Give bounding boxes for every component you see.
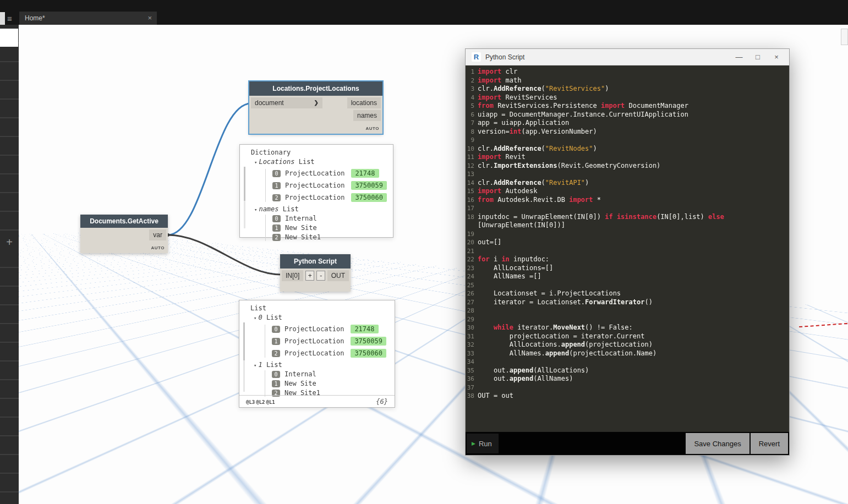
- line-number: 12: [466, 162, 478, 171]
- line-number: 37: [466, 384, 478, 392]
- code-text: while iterator.MoveNext() != False:: [478, 324, 633, 332]
- node-python-script[interactable]: Python Script IN[0] + - OUT: [280, 254, 351, 292]
- code-text: [478, 230, 482, 239]
- node-title[interactable]: Documents.GetActive: [80, 215, 168, 228]
- watch-section-header[interactable]: ▾1 List: [254, 361, 390, 369]
- watch-bubble-dictionary[interactable]: Dictionary ▾Locations List0ProjectLocati…: [239, 144, 393, 238]
- window-titlebar[interactable]: R Python Script — □ ×: [466, 49, 789, 65]
- code-line: [UnwrapElement(IN[0])]: [466, 221, 789, 230]
- port-output-locations[interactable]: locations: [347, 97, 381, 108]
- section-key: 0: [258, 314, 262, 321]
- code-text: AllNames.append(projectLocation.Name): [478, 349, 656, 358]
- add-input-button[interactable]: +: [305, 271, 314, 281]
- code-line: 10clr.AddReference("RevitNodes"): [466, 145, 789, 154]
- level-tag[interactable]: @L3: [246, 399, 255, 405]
- port-output-names[interactable]: names: [353, 110, 381, 121]
- right-panel-chip[interactable]: [841, 29, 848, 45]
- watch-section-header[interactable]: ▾Locations List: [254, 158, 389, 166]
- line-number: 14: [466, 179, 478, 188]
- code-text: [478, 306, 482, 315]
- run-button[interactable]: ▶ Run: [467, 434, 499, 453]
- item-label: ProjectLocation: [285, 169, 344, 177]
- line-number: 23: [466, 264, 478, 273]
- item-label: ProjectLocation: [285, 349, 344, 357]
- line-number: 8: [466, 128, 478, 136]
- item-label: ProjectLocation: [285, 337, 344, 345]
- code-line: 26 Locationset = i.ProjectLocations: [466, 289, 789, 298]
- line-number: 33: [466, 349, 478, 358]
- tab-close-icon[interactable]: ×: [147, 12, 152, 25]
- line-number: 38: [466, 392, 478, 401]
- code-text: [UnwrapElement(IN[0])]: [478, 221, 565, 230]
- code-text: iterator = Locationset.ForwardIterator(): [478, 298, 653, 307]
- code-text: [478, 315, 482, 324]
- python-editor-window[interactable]: R Python Script — □ × 1import clr2import…: [465, 48, 790, 456]
- code-text: [478, 204, 482, 213]
- node-documents-getactive[interactable]: Documents.GetActive var AUTO: [80, 215, 168, 253]
- code-text: version=int(app.VersionNumber): [478, 128, 597, 136]
- lacing-label[interactable]: AUTO: [249, 124, 382, 134]
- watch-scrollbar[interactable]: [243, 322, 245, 392]
- remove-input-button[interactable]: -: [316, 271, 325, 281]
- chevron-down-icon[interactable]: ▾: [254, 207, 257, 212]
- watch-section-header[interactable]: ▾names List: [254, 205, 389, 213]
- watch-items: 0Internal1New Site2New Site1: [265, 370, 390, 397]
- tab-home[interactable]: Home* ×: [19, 12, 157, 25]
- section-key: 1: [258, 361, 262, 369]
- lacing-label[interactable]: AUTO: [80, 244, 168, 253]
- code-text: AllLocations.append(projectLocation): [478, 341, 653, 349]
- port-output-var[interactable]: var: [149, 229, 166, 240]
- line-number: 22: [466, 255, 478, 264]
- watch-item: 2New Site1: [272, 233, 389, 241]
- canvas[interactable]: + Locations.ProjectLocations document ❯ …: [0, 25, 848, 504]
- node-locations-projectlocations[interactable]: Locations.ProjectLocations document ❯ lo…: [249, 81, 382, 134]
- watch-section-header[interactable]: ▾0 List: [254, 314, 390, 321]
- code-line: 34: [466, 358, 789, 366]
- watch-root-label: List: [250, 304, 390, 312]
- port-input-document[interactable]: document ❯: [251, 97, 322, 108]
- line-number: 13: [466, 170, 478, 179]
- line-number: 21: [466, 247, 478, 256]
- code-text: AllNames =[]: [478, 272, 541, 281]
- port-input-in0[interactable]: IN[0]: [282, 270, 303, 281]
- section-type: List: [279, 205, 299, 213]
- level-tag[interactable]: @L2: [256, 399, 265, 405]
- list-level-tags[interactable]: @L3@L2@L1: [246, 398, 276, 406]
- menu-icon[interactable]: ≡: [7, 14, 12, 23]
- line-number: 2: [466, 76, 478, 85]
- chevron-down-icon[interactable]: ▾: [254, 363, 256, 368]
- code-line: 35 out.append(AllLocations): [466, 366, 789, 375]
- port-label: names: [357, 112, 377, 119]
- code-editor[interactable]: 1import clr2import math3clr.AddReference…: [466, 65, 789, 432]
- line-number: 11: [466, 153, 478, 162]
- watch-bubble-list[interactable]: List ▾0 List0ProjectLocation217481Projec…: [239, 300, 395, 408]
- code-line: 18inputdoc = UnwrapElement(IN[0]) if isi…: [466, 213, 789, 222]
- minimize-button[interactable]: —: [730, 53, 748, 61]
- node-title[interactable]: Locations.ProjectLocations: [249, 81, 382, 96]
- code-line: 8version=int(app.VersionNumber): [466, 128, 789, 136]
- maximize-button[interactable]: □: [748, 53, 767, 61]
- default-value-arrow-icon[interactable]: ❯: [314, 97, 319, 108]
- level-tag[interactable]: @L1: [266, 399, 275, 405]
- library-sidebar[interactable]: +: [0, 25, 19, 504]
- chevron-down-icon[interactable]: ▾: [254, 315, 256, 321]
- code-line: 5from RevitServices.Persistence import D…: [466, 102, 789, 111]
- watch-item: 1New Site: [272, 224, 389, 232]
- library-panel-chip[interactable]: [0, 29, 18, 47]
- close-button[interactable]: ×: [767, 53, 786, 61]
- port-output-out[interactable]: OUT: [327, 270, 349, 281]
- code-text: clr.AddReference("RevitAPI"): [478, 179, 589, 188]
- chevron-down-icon[interactable]: ▾: [254, 160, 257, 165]
- revert-button[interactable]: Revert: [751, 433, 788, 454]
- save-changes-button[interactable]: Save Changes: [686, 433, 749, 454]
- code-text: from RevitServices.Persistence import Do…: [478, 102, 688, 111]
- watch-scrollbar[interactable]: [244, 167, 245, 228]
- code-text: [478, 281, 482, 290]
- index-badge: 0: [272, 326, 280, 333]
- add-icon[interactable]: +: [0, 233, 19, 251]
- watch-item: 2ProjectLocation3750060: [272, 193, 389, 202]
- code-text: OUT = out: [478, 392, 513, 401]
- code-line: 12clr.ImportExtensions(Revit.GeometryCon…: [466, 162, 789, 171]
- node-title[interactable]: Python Script: [280, 254, 351, 269]
- code-text: projectLocation = iterator.Current: [478, 332, 644, 341]
